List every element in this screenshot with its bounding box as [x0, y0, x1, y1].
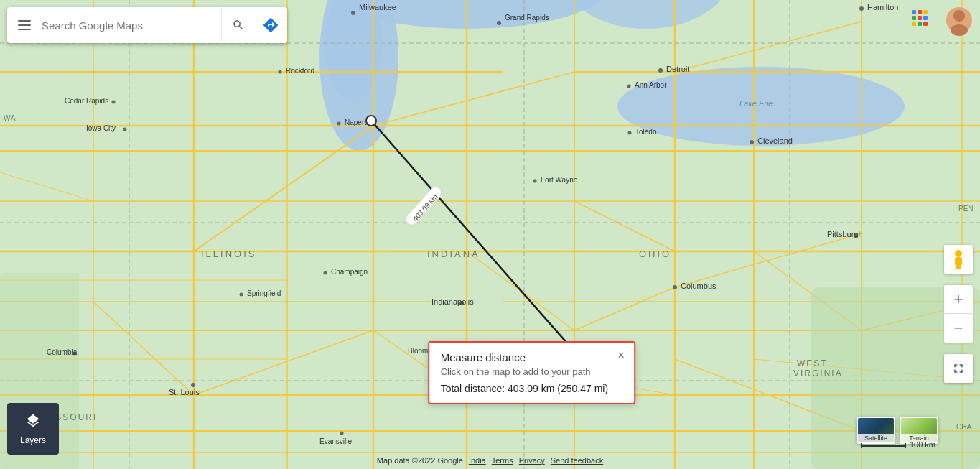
svg-text:Columbia: Columbia	[47, 348, 78, 356]
pegman-icon	[950, 249, 967, 269]
search-bar	[7, 7, 287, 43]
street-view-button[interactable]	[944, 245, 973, 274]
expand-button[interactable]	[944, 354, 973, 383]
svg-point-61	[658, 68, 663, 73]
svg-text:Ann Arbor: Ann Arbor	[635, 81, 667, 89]
svg-rect-127	[958, 266, 961, 269]
measure-popup-hint: Click on the map to add to your path	[441, 366, 608, 377]
svg-rect-120	[923, 22, 928, 26]
layers-button[interactable]: Layers	[7, 403, 59, 455]
measure-distance-popup: × Measure distance Click on the map to a…	[428, 341, 635, 404]
svg-point-108	[366, 116, 376, 126]
svg-text:OHIO: OHIO	[639, 249, 671, 259]
svg-point-89	[240, 293, 243, 297]
feedback-link[interactable]: Send feedback	[551, 456, 603, 465]
directions-button[interactable]	[254, 7, 287, 43]
svg-rect-112	[912, 10, 916, 14]
map-data-text: Map data ©2022 Google	[377, 456, 463, 465]
layers-label: Layers	[20, 435, 46, 445]
svg-point-63	[627, 85, 631, 88]
zoom-out-button[interactable]: −	[944, 314, 973, 343]
svg-point-57	[497, 21, 501, 25]
svg-text:Milwaukee: Milwaukee	[359, 3, 396, 11]
directions-icon	[262, 17, 279, 34]
svg-point-76	[112, 101, 116, 104]
svg-rect-114	[923, 10, 928, 14]
svg-text:Iowa City: Iowa City	[86, 124, 116, 132]
svg-point-59	[859, 6, 864, 11]
svg-text:Hamilton: Hamilton	[867, 3, 898, 11]
svg-rect-126	[956, 266, 958, 269]
svg-point-123	[951, 24, 968, 36]
svg-point-122	[953, 10, 965, 22]
svg-rect-119	[918, 22, 922, 26]
svg-text:Champaign: Champaign	[331, 268, 368, 276]
measure-popup-title: Measure distance	[441, 351, 608, 363]
search-button[interactable]	[221, 7, 254, 43]
svg-point-85	[673, 285, 677, 289]
svg-point-97	[191, 383, 195, 387]
svg-point-74	[337, 122, 341, 126]
measure-popup-distance: Total distance: 403.09 km (250.47 mi)	[441, 383, 608, 394]
fullscreen-icon	[951, 361, 966, 376]
terms-link[interactable]: Terms	[492, 456, 513, 465]
svg-point-124	[955, 250, 962, 257]
svg-rect-125	[955, 257, 962, 266]
svg-text:VIRGINIA: VIRGINIA	[793, 368, 843, 379]
svg-text:Cleveland: Cleveland	[757, 136, 793, 145]
svg-text:PEN: PEN	[958, 205, 974, 213]
svg-rect-117	[923, 16, 928, 20]
svg-text:Lake Erie: Lake Erie	[739, 99, 773, 108]
svg-text:Springfield: Springfield	[247, 289, 281, 297]
svg-text:Cedar Rapids: Cedar Rapids	[65, 97, 108, 105]
svg-point-72	[279, 70, 282, 74]
svg-text:Fort Wayne: Fort Wayne	[541, 176, 578, 184]
svg-text:Columbus: Columbus	[681, 282, 717, 290]
svg-point-99	[340, 432, 344, 435]
svg-text:CHA...: CHA...	[956, 423, 977, 431]
scale-bar-graphic	[860, 439, 907, 449]
scale-label: 100 km	[910, 440, 935, 449]
svg-text:WA: WA	[4, 114, 17, 122]
search-icon	[232, 19, 245, 32]
svg-point-55	[351, 11, 355, 15]
svg-text:ILLINOIS: ILLINOIS	[201, 249, 256, 259]
svg-text:Indianapolis: Indianapolis	[431, 297, 474, 306]
svg-text:WEST: WEST	[797, 358, 828, 368]
privacy-link[interactable]: Privacy	[519, 456, 545, 465]
map-container[interactable]: Milwaukee Grand Rapids Hamilton Detroit …	[0, 0, 980, 469]
right-controls: + −	[944, 245, 973, 383]
svg-rect-115	[912, 16, 916, 20]
svg-text:Rockford: Rockford	[286, 67, 314, 75]
svg-rect-118	[912, 22, 916, 26]
svg-point-70	[533, 180, 537, 183]
india-link[interactable]: India	[469, 456, 486, 465]
svg-rect-116	[918, 16, 922, 20]
svg-text:Toledo: Toledo	[635, 128, 657, 136]
zoom-in-button[interactable]: +	[944, 285, 973, 314]
menu-button[interactable]	[7, 7, 42, 43]
svg-text:Detroit: Detroit	[666, 65, 689, 73]
svg-text:St. Louis: St. Louis	[169, 388, 200, 396]
svg-text:Grand Rapids: Grand Rapids	[505, 14, 549, 22]
svg-point-68	[750, 140, 754, 144]
svg-text:INDIANA: INDIANA	[427, 249, 480, 259]
hamburger-icon	[18, 20, 31, 30]
svg-text:Evansville: Evansville	[319, 437, 352, 445]
svg-point-66	[628, 131, 632, 135]
svg-rect-113	[918, 10, 922, 14]
attribution-bar: Map data ©2022 Google India Terms Privac…	[377, 456, 603, 465]
scale-bar: 100 km	[860, 439, 935, 449]
svg-text:Pittsburgh: Pittsburgh	[827, 230, 863, 238]
zoom-controls: + −	[944, 285, 973, 343]
svg-point-78	[123, 128, 127, 131]
measure-popup-close-button[interactable]: ×	[614, 348, 628, 363]
svg-point-87	[324, 271, 327, 275]
search-input[interactable]	[42, 19, 221, 32]
layers-icon	[25, 413, 41, 432]
